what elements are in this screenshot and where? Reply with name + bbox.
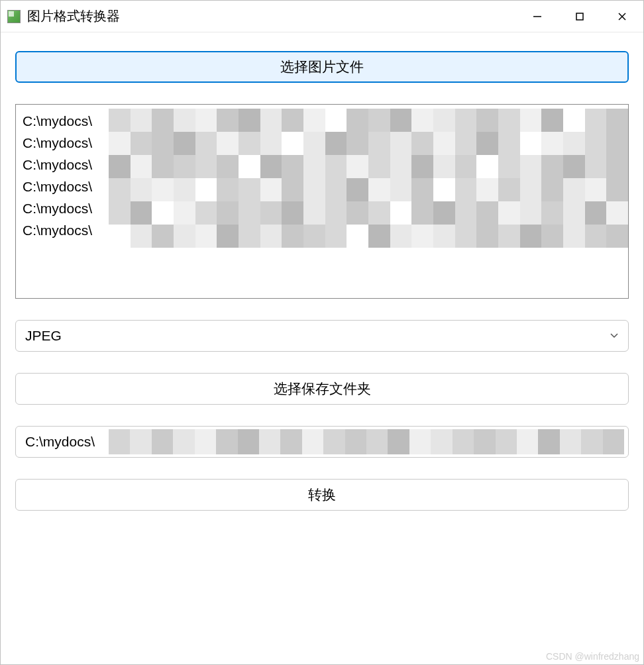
convert-button[interactable]: 转换	[15, 479, 629, 511]
svg-rect-1	[576, 13, 583, 20]
redacted-area	[109, 429, 624, 454]
minimize-button[interactable]	[516, 1, 559, 32]
app-icon	[6, 9, 22, 25]
watermark: CSDN @winfredzhang	[546, 651, 639, 662]
titlebar-left: 图片格式转换器	[6, 7, 120, 25]
app-title: 图片格式转换器	[27, 7, 120, 25]
select-folder-button[interactable]: 选择保存文件夹	[15, 373, 629, 405]
close-button[interactable]	[601, 1, 643, 32]
format-select[interactable]: JPEG	[15, 320, 629, 352]
maximize-button[interactable]	[559, 1, 601, 32]
save-path-display[interactable]: C:\mydocs\	[15, 426, 629, 458]
app-window: 图片格式转换器 选择图片文件 C:\mydocs\ C:\mydocs\ C:\…	[0, 0, 644, 665]
save-path-text: C:\mydocs\	[25, 434, 95, 450]
redacted-area	[109, 109, 628, 248]
select-files-button[interactable]: 选择图片文件	[15, 51, 629, 83]
chevron-down-icon	[610, 330, 619, 342]
content-area: 选择图片文件 C:\mydocs\ C:\mydocs\ C:\mydocs\ …	[1, 32, 643, 664]
file-list[interactable]: C:\mydocs\ C:\mydocs\ C:\mydocs\ C:\mydo…	[15, 104, 629, 299]
format-select-value: JPEG	[25, 328, 62, 344]
titlebar: 图片格式转换器	[1, 1, 643, 32]
window-controls	[516, 1, 643, 32]
